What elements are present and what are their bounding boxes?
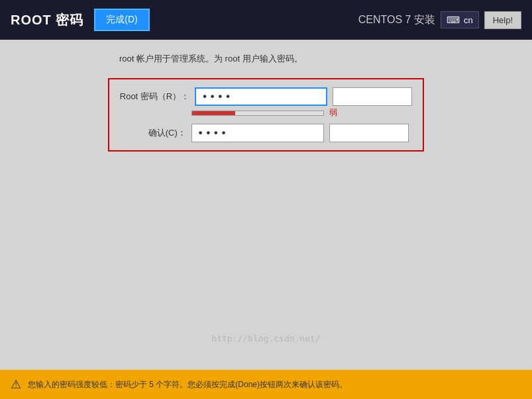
language-value: cn <box>464 15 473 25</box>
install-title: CENTOS 7 安装 <box>358 13 435 27</box>
strength-bar-fill <box>192 111 235 115</box>
watermark: http://blog.csdn.net/ <box>211 333 320 343</box>
description-text: root 帐户用于管理系统。为 root 用户输入密码。 <box>119 53 303 65</box>
root-password-input[interactable] <box>195 87 327 106</box>
main-content: root 帐户用于管理系统。为 root 用户输入密码。 Root 密码（R）：… <box>0 40 532 370</box>
confirm-password-label: 确认(C)： <box>120 127 186 139</box>
header-left: ROOT 密码 完成(D) <box>11 9 150 31</box>
warning-text: 您输入的密码强度较低：密码少于 5 个字符。您必须按完成(Done)按钮两次来确… <box>28 379 347 390</box>
help-button[interactable]: Help! <box>484 11 521 29</box>
language-selector[interactable]: ⌨ cn <box>441 11 479 28</box>
root-password-label: Root 密码（R）： <box>120 91 189 103</box>
warning-icon: ⚠ <box>11 377 21 392</box>
confirm-password-secondary-input[interactable] <box>329 124 409 142</box>
confirm-password-row: 确认(C)： <box>120 124 412 142</box>
header-right: CENTOS 7 安装 ⌨ cn Help! <box>358 11 521 29</box>
root-password-secondary-input[interactable] <box>333 87 412 106</box>
strength-bar-container <box>191 111 324 116</box>
page-title: ROOT 密码 <box>11 11 83 29</box>
header: ROOT 密码 完成(D) CENTOS 7 安装 ⌨ cn Help! <box>0 0 532 40</box>
root-password-row: Root 密码（R）： <box>120 87 412 106</box>
keyboard-icon: ⌨ <box>447 15 460 25</box>
done-button[interactable]: 完成(D) <box>94 9 149 31</box>
strength-label: 弱 <box>329 107 337 118</box>
warning-bar: ⚠ 您输入的密码强度较低：密码少于 5 个字符。您必须按完成(Done)按钮两次… <box>0 370 532 399</box>
password-fields-box: Root 密码（R）： 弱 确认(C)： <box>108 78 424 152</box>
confirm-password-input[interactable] <box>191 124 324 142</box>
strength-row: 弱 <box>191 107 412 118</box>
